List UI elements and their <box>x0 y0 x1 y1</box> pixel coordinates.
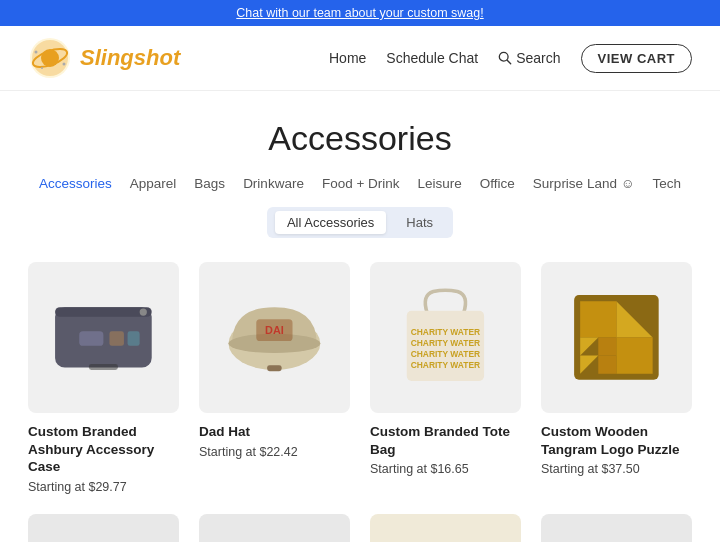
svg-line-8 <box>507 60 511 64</box>
svg-rect-14 <box>89 364 118 370</box>
cat-accessories[interactable]: Accessories <box>39 176 112 191</box>
logo-text: Slingshot <box>80 45 180 71</box>
product-title-2: Custom Branded Tote Bag <box>370 423 521 458</box>
product-image-1: DAI <box>199 262 350 413</box>
nav-schedule-chat[interactable]: Schedule Chat <box>386 50 478 66</box>
cat-office[interactable]: Office <box>480 176 515 191</box>
cat-surprise-land[interactable]: Surprise Land ☺ <box>533 176 635 191</box>
products-grid-row2 <box>0 514 720 542</box>
svg-point-15 <box>140 309 147 316</box>
svg-text:CHARITY WATER: CHARITY WATER <box>411 338 481 348</box>
svg-marker-31 <box>616 337 652 373</box>
product-title-3: Custom Wooden Tangram Logo Puzzle <box>541 423 692 458</box>
product-image-svg-2: CHARITY WATER CHARITY WATER CHARITY WATE… <box>385 277 506 398</box>
logo-icon <box>28 36 72 80</box>
product-image-3 <box>541 262 692 413</box>
search-label: Search <box>516 50 560 66</box>
svg-rect-13 <box>128 331 140 345</box>
filter-tabs: All Accessories Hats <box>0 207 720 238</box>
product-card-1[interactable]: DAI Dad Hat Starting at $22.42 <box>199 262 350 494</box>
cat-food-drink[interactable]: Food + Drink <box>322 176 400 191</box>
svg-text:DAI: DAI <box>265 324 284 336</box>
nav-search[interactable]: Search <box>498 50 560 66</box>
cat-bags[interactable]: Bags <box>194 176 225 191</box>
filter-all-accessories[interactable]: All Accessories <box>275 211 386 234</box>
svg-rect-10 <box>55 307 152 317</box>
cat-apparel[interactable]: Apparel <box>130 176 177 191</box>
nav-home[interactable]: Home <box>329 50 366 66</box>
product-title-1: Dad Hat <box>199 423 350 441</box>
products-grid: Custom Branded Ashbury Accessory Case St… <box>0 262 720 514</box>
product-price-0: Starting at $29.77 <box>28 480 179 494</box>
svg-point-5 <box>63 63 66 66</box>
svg-text:CHARITY WATER: CHARITY WATER <box>411 360 481 370</box>
product-card-4-partial[interactable] <box>28 514 179 542</box>
svg-rect-20 <box>267 365 281 371</box>
category-nav: Accessories Apparel Bags Drinkware Food … <box>0 176 720 191</box>
search-icon <box>498 51 512 65</box>
product-card-0[interactable]: Custom Branded Ashbury Accessory Case St… <box>28 262 179 494</box>
svg-point-6 <box>41 67 43 69</box>
product-card-7-partial[interactable] <box>541 514 692 542</box>
product-title-0: Custom Branded Ashbury Accessory Case <box>28 423 179 476</box>
filter-hats[interactable]: Hats <box>394 211 445 234</box>
cat-drinkware[interactable]: Drinkware <box>243 176 304 191</box>
product-card-3[interactable]: Custom Wooden Tangram Logo Puzzle Starti… <box>541 262 692 494</box>
svg-point-3 <box>41 49 59 67</box>
svg-marker-33 <box>598 356 616 374</box>
product-image-2: CHARITY WATER CHARITY WATER CHARITY WATE… <box>370 262 521 413</box>
product-image-svg-3 <box>556 277 677 398</box>
page-title: Accessories <box>0 119 720 158</box>
cat-tech[interactable]: Tech <box>652 176 681 191</box>
promo-banner: Chat with our team about your custom swa… <box>0 0 720 26</box>
product-image-svg-0 <box>43 277 164 398</box>
filter-tabs-container: All Accessories Hats <box>267 207 453 238</box>
view-cart-button[interactable]: VIEW CART <box>581 44 692 73</box>
svg-rect-11 <box>79 331 103 345</box>
product-price-2: Starting at $16.65 <box>370 462 521 476</box>
product-card-5-partial[interactable] <box>199 514 350 542</box>
svg-rect-12 <box>110 331 124 345</box>
banner-link[interactable]: Chat with our team about your custom swa… <box>236 6 483 20</box>
product-card-6-partial[interactable] <box>370 514 521 542</box>
site-header: Slingshot Home Schedule Chat Search VIEW… <box>0 26 720 91</box>
cat-leisure[interactable]: Leisure <box>418 176 462 191</box>
svg-marker-28 <box>580 301 616 337</box>
product-price-1: Starting at $22.42 <box>199 445 350 459</box>
main-nav: Home Schedule Chat Search VIEW CART <box>329 44 692 73</box>
product-card-2[interactable]: CHARITY WATER CHARITY WATER CHARITY WATE… <box>370 262 521 494</box>
svg-text:CHARITY WATER: CHARITY WATER <box>411 327 481 337</box>
svg-point-4 <box>35 51 38 54</box>
svg-text:CHARITY WATER: CHARITY WATER <box>411 349 481 359</box>
product-image-0 <box>28 262 179 413</box>
product-price-3: Starting at $37.50 <box>541 462 692 476</box>
product-image-svg-1: DAI <box>214 277 335 398</box>
logo[interactable]: Slingshot <box>28 36 180 80</box>
svg-marker-30 <box>598 337 616 355</box>
